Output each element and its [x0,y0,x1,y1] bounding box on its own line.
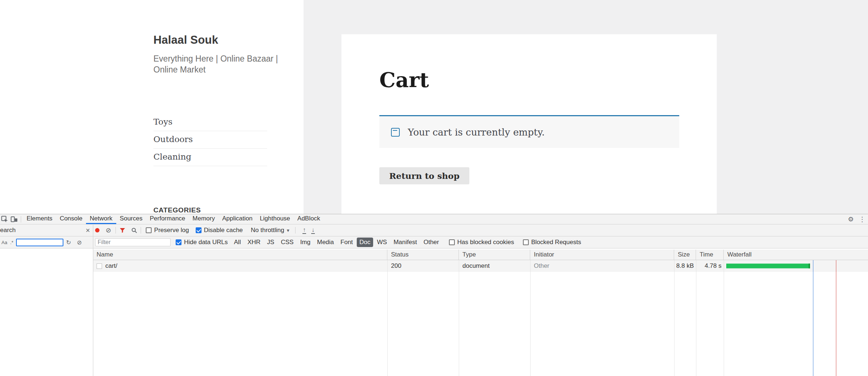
waterfall-bar [726,264,810,269]
column-header-time[interactable]: Time [696,250,724,260]
column-header-status[interactable]: Status [387,250,459,260]
page-title: Cart [379,69,429,91]
search-panel-header: Search × [0,224,93,236]
search-panel-tab[interactable]: Search [0,227,73,234]
disable-cache-label[interactable]: Disable cache [204,227,243,234]
browser-viewport: Halaal Souk Everything Here | Online Baz… [0,0,868,214]
categories-heading: CATEGORIES [153,206,201,214]
site-tagline: Everything Here | Online Bazaar | Online… [153,53,280,75]
column-header-waterfall[interactable]: Waterfall [724,250,868,260]
filter-pill-font[interactable]: Font [338,238,355,247]
search-panel-controls: Aa .* ↻ ⊘ [0,236,93,248]
devtools-panel: Elements Console Network Sources Perform… [0,214,868,376]
tabbar-right-controls: ⚙ ⋮ [845,216,868,223]
toolbar-separator [141,227,141,234]
domcontentloaded-event-line [813,260,813,376]
filter-pill-all[interactable]: All [231,238,243,247]
filter-pill-img[interactable]: Img [298,238,313,247]
network-toolbar: ⊘ Preserve log Disable cache No throttli… [93,224,868,236]
filter-pill-doc[interactable]: Doc [357,238,373,247]
tabbar-separator [21,216,21,223]
filter-pill-manifest[interactable]: Manifest [391,238,419,247]
blocked-requests-label[interactable]: Blocked Requests [531,239,581,246]
request-waterfall-cell [724,260,868,272]
tab-sources[interactable]: Sources [116,214,146,224]
hide-data-urls-label[interactable]: Hide data URLs [184,239,228,246]
tab-network[interactable]: Network [86,214,116,224]
request-name: cart/ [105,262,117,270]
column-divider[interactable] [459,260,459,376]
filter-pill-js[interactable]: JS [265,238,277,247]
device-toolbar-icon[interactable] [9,215,19,224]
tab-elements[interactable]: Elements [23,214,56,224]
menu-item-outdoors[interactable]: Outdoors [153,131,267,149]
toolbar-separator [116,227,116,234]
sidebar-menu: Toys Outdoors Cleaning [153,114,267,166]
clear-search-icon[interactable]: ⊘ [74,239,85,246]
filter-pill-css[interactable]: CSS [278,238,296,247]
search-panel-divider[interactable] [93,225,93,376]
toolbar-separator [295,227,296,234]
refresh-search-icon[interactable]: ↻ [63,239,74,246]
has-blocked-cookies-label[interactable]: Has blocked cookies [457,239,514,246]
resource-icon [97,263,102,269]
column-divider[interactable] [674,260,675,376]
export-har-icon[interactable]: ↓ [311,227,315,234]
column-divider[interactable] [724,260,724,376]
tab-application[interactable]: Application [219,214,256,224]
request-status-cell: 200 [387,260,459,272]
hide-data-urls-checkbox[interactable] [176,239,181,245]
close-icon[interactable]: × [86,226,90,235]
throttling-value: No throttling [251,227,284,234]
request-type-cell: document [459,260,530,272]
menu-item-toys[interactable]: Toys [153,114,267,131]
network-filter-row: Aa .* ↻ ⊘ Hide data URLs All XHR JS CSS … [0,236,868,248]
table-row[interactable]: cart/ 200 document Other 8.8 kB 4.78 s [93,260,868,272]
cart-notice-icon [391,128,400,137]
match-case-toggle[interactable]: Aa [0,240,9,245]
tab-console[interactable]: Console [56,214,86,224]
request-name-cell[interactable]: cart/ [93,260,387,272]
column-header-type[interactable]: Type [459,250,530,260]
has-blocked-cookies-checkbox[interactable] [449,239,455,245]
request-size-cell: 8.8 kB [674,260,696,272]
preserve-log-label[interactable]: Preserve log [154,227,189,234]
filter-pill-media[interactable]: Media [314,238,336,247]
column-divider[interactable] [696,260,696,376]
more-options-icon[interactable]: ⋮ [856,216,868,223]
site-title[interactable]: Halaal Souk [153,34,280,47]
tab-memory[interactable]: Memory [189,214,218,224]
search-magnifier-icon[interactable] [129,226,139,235]
blocked-requests-checkbox[interactable] [523,239,529,245]
import-har-icon[interactable]: ↑ [302,227,306,234]
inspect-element-icon[interactable] [0,215,9,224]
preserve-log-checkbox[interactable] [146,227,152,233]
menu-item-cleaning[interactable]: Cleaning [153,149,267,166]
throttling-dropdown[interactable]: No throttling ▾ [251,227,289,234]
column-header-size[interactable]: Size [674,250,696,260]
settings-gear-icon[interactable]: ⚙ [845,216,856,223]
network-filterbar: Hide data URLs All XHR JS CSS Img Media … [93,236,868,248]
tab-performance[interactable]: Performance [146,214,189,224]
clear-network-log-icon[interactable]: ⊘ [103,227,114,234]
filter-pill-other[interactable]: Other [421,238,442,247]
return-to-shop-button[interactable]: Return to shop [379,167,469,184]
column-divider[interactable] [387,260,388,376]
network-filter-input[interactable] [95,238,171,246]
filter-funnel-icon[interactable] [118,226,127,235]
column-header-name[interactable]: Name [93,250,387,260]
search-input[interactable] [16,239,63,246]
cart-empty-message: Your cart is currently empty. [408,127,545,138]
filter-pill-ws[interactable]: WS [375,238,390,247]
filter-pill-xhr[interactable]: XHR [245,238,263,247]
column-divider[interactable] [530,260,531,376]
request-time-cell: 4.78 s [696,260,724,272]
disable-cache-checkbox[interactable] [196,227,202,233]
site-header: Halaal Souk Everything Here | Online Baz… [153,34,280,75]
record-network-log-icon[interactable] [95,228,99,232]
regex-toggle[interactable]: .* [9,240,15,245]
column-header-initiator[interactable]: Initiator [530,250,674,260]
tab-lighthouse[interactable]: Lighthouse [256,214,294,224]
devtools-tabbar: Elements Console Network Sources Perform… [0,214,868,224]
tab-adblock[interactable]: AdBlock [294,214,324,224]
